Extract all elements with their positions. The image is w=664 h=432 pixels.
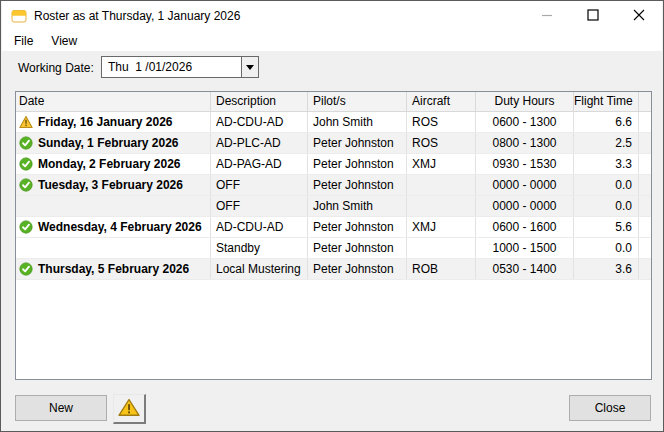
warning-icon — [19, 115, 33, 129]
menubar: File View — [2, 31, 662, 51]
working-date-dropdown-button[interactable] — [241, 57, 258, 77]
cell-pilot: Peter Johnston — [308, 238, 407, 258]
table-row[interactable]: Wednesday, 4 February 2026 AD-CDU-AD Pet… — [16, 217, 651, 238]
cell-description: AD-CDU-AD — [211, 112, 308, 132]
cell-flight-time: 6.6 — [574, 112, 639, 132]
column-header-aircraft[interactable]: Aircraft — [407, 92, 476, 111]
cell-date — [16, 196, 211, 216]
minimize-icon — [541, 9, 553, 24]
table-row[interactable]: Tuesday, 3 February 2026 OFF Peter Johns… — [16, 175, 651, 196]
window-close-button[interactable] — [616, 1, 662, 31]
close-button[interactable]: Close — [569, 395, 651, 421]
cell-pilot: Peter Johnston — [308, 217, 407, 237]
window-title: Roster as at Thursday, 1 January 2026 — [34, 1, 240, 31]
ok-icon — [19, 262, 33, 276]
cell-pilot: John Smith — [308, 196, 407, 216]
cell-filler — [639, 112, 651, 132]
table-row[interactable]: Monday, 2 February 2026 AD-PAG-AD Peter … — [16, 154, 651, 175]
close-icon — [633, 9, 645, 24]
cell-flight-time: 5.6 — [574, 217, 639, 237]
cell-date: Monday, 2 February 2026 — [16, 154, 211, 174]
cell-aircraft — [407, 238, 476, 258]
column-header-date[interactable]: Date — [16, 92, 211, 111]
warning-button[interactable] — [113, 394, 146, 424]
cell-filler — [639, 217, 651, 237]
cell-aircraft: ROS — [407, 112, 476, 132]
cell-date — [16, 238, 211, 258]
cell-flight-time: 0.0 — [574, 238, 639, 258]
chevron-down-icon — [246, 65, 254, 70]
minimize-button[interactable] — [524, 1, 570, 31]
cell-pilot: John Smith — [308, 112, 407, 132]
cell-duty-hours: 1000 - 1500 — [476, 238, 574, 258]
working-date-label: Working Date: — [18, 58, 94, 78]
cell-duty-hours: 0930 - 1530 — [476, 154, 574, 174]
cell-aircraft — [407, 196, 476, 216]
cell-aircraft: ROS — [407, 133, 476, 153]
cell-date: Wednesday, 4 February 2026 — [16, 217, 211, 237]
column-header-description[interactable]: Description — [211, 92, 308, 111]
maximize-icon — [587, 9, 599, 24]
cell-pilot: Peter Johnston — [308, 154, 407, 174]
cell-duty-hours: 0000 - 0000 — [476, 196, 574, 216]
ok-icon — [19, 136, 33, 150]
cell-aircraft: ROB — [407, 259, 476, 279]
header-filler — [639, 92, 651, 111]
table-row[interactable]: Thursday, 5 February 2026 Local Musterin… — [16, 259, 651, 280]
cell-filler — [639, 175, 651, 195]
column-header-pilots[interactable]: Pilot/s — [308, 92, 407, 111]
cell-description: Standby — [211, 238, 308, 258]
working-date-value: Thu 1 /01/2026 — [108, 57, 192, 77]
cell-description: AD-PAG-AD — [211, 154, 308, 174]
ok-icon — [19, 178, 33, 192]
roster-app-icon — [11, 8, 27, 24]
cell-description: AD-CDU-AD — [211, 217, 308, 237]
cell-filler — [639, 196, 651, 216]
cell-date: Tuesday, 3 February 2026 — [16, 175, 211, 195]
cell-duty-hours: 0600 - 1300 — [476, 112, 574, 132]
table-body: Friday, 16 January 2026 AD-CDU-AD John S… — [16, 112, 651, 280]
cell-duty-hours: 0530 - 1400 — [476, 259, 574, 279]
cell-aircraft — [407, 175, 476, 195]
cell-pilot: Peter Johnston — [308, 259, 407, 279]
cell-filler — [639, 154, 651, 174]
cell-aircraft: XMJ — [407, 217, 476, 237]
column-header-duty-hours[interactable]: Duty Hours — [476, 92, 574, 111]
column-header-flight-time[interactable]: Flight Time — [574, 92, 639, 111]
cell-date: Thursday, 5 February 2026 — [16, 259, 211, 279]
cell-flight-time: 2.5 — [574, 133, 639, 153]
ok-icon — [19, 157, 33, 171]
cell-description: OFF — [211, 196, 308, 216]
table-row[interactable]: Sunday, 1 February 2026 AD-PLC-AD Peter … — [16, 133, 651, 154]
table-header-row: Date Description Pilot/s Aircraft Duty H… — [16, 92, 651, 112]
cell-pilot: Peter Johnston — [308, 133, 407, 153]
cell-flight-time: 3.3 — [574, 154, 639, 174]
maximize-button[interactable] — [570, 1, 616, 31]
table-row[interactable]: OFF John Smith 0000 - 0000 0.0 — [16, 196, 651, 217]
cell-flight-time: 0.0 — [574, 175, 639, 195]
menu-item-file[interactable]: File — [5, 31, 42, 51]
cell-duty-hours: 0600 - 1600 — [476, 217, 574, 237]
cell-filler — [639, 133, 651, 153]
warning-icon — [118, 398, 140, 420]
cell-pilot: Peter Johnston — [308, 175, 407, 195]
cell-filler — [639, 238, 651, 258]
cell-duty-hours: 0800 - 1300 — [476, 133, 574, 153]
cell-filler — [639, 259, 651, 279]
cell-description: Local Mustering — [211, 259, 308, 279]
cell-date: Sunday, 1 February 2026 — [16, 133, 211, 153]
table-row[interactable]: Standby Peter Johnston 1000 - 1500 0.0 — [16, 238, 651, 259]
roster-table: Date Description Pilot/s Aircraft Duty H… — [15, 91, 652, 380]
cell-flight-time: 0.0 — [574, 196, 639, 216]
cell-flight-time: 3.6 — [574, 259, 639, 279]
new-button[interactable]: New — [15, 395, 107, 421]
cell-aircraft: XMJ — [407, 154, 476, 174]
table-row[interactable]: Friday, 16 January 2026 AD-CDU-AD John S… — [16, 112, 651, 133]
titlebar: Roster as at Thursday, 1 January 2026 — [2, 1, 662, 31]
cell-description: OFF — [211, 175, 308, 195]
menu-item-view[interactable]: View — [42, 31, 86, 51]
cell-description: AD-PLC-AD — [211, 133, 308, 153]
ok-icon — [19, 220, 33, 234]
working-date-combobox[interactable]: Thu 1 /01/2026 — [101, 56, 259, 78]
cell-date: Friday, 16 January 2026 — [16, 112, 211, 132]
